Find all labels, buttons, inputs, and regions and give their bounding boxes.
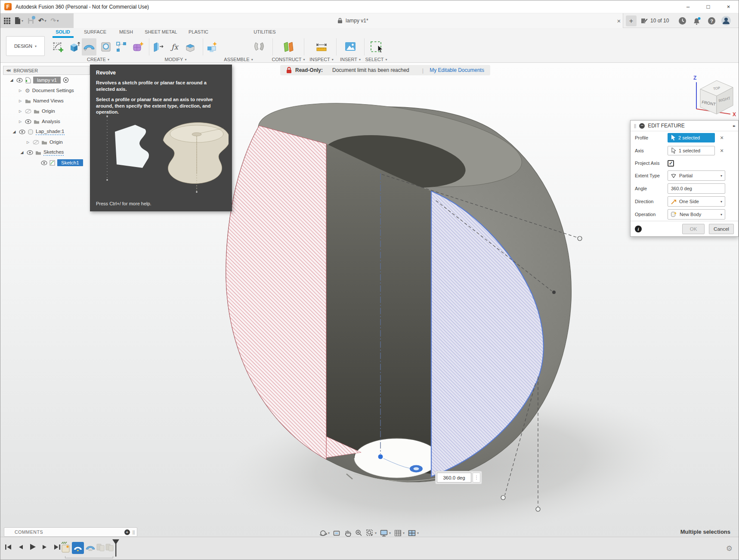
joint-button[interactable]: [252, 38, 266, 56]
undo-button[interactable]: ↶▾: [38, 17, 46, 25]
tree-item-origin[interactable]: ▷ Origin: [3, 106, 90, 116]
eye-off-icon[interactable]: [33, 140, 39, 145]
collapse-icon[interactable]: ▷: [18, 109, 23, 113]
eye-icon[interactable]: [25, 119, 31, 124]
create-sketch-button[interactable]: [51, 38, 65, 56]
pan-button[interactable]: [344, 529, 352, 537]
look-at-button[interactable]: [333, 529, 341, 537]
chamfer-button[interactable]: [183, 38, 198, 56]
manipulator-point[interactable]: [536, 507, 540, 511]
timeline-sketch-feature[interactable]: [61, 541, 71, 555]
expand-icon[interactable]: ◢: [12, 130, 17, 134]
tab-solid[interactable]: SOLID: [52, 28, 74, 36]
skip-to-start-button[interactable]: [5, 544, 12, 551]
timeline-revolve-feature[interactable]: [85, 543, 96, 554]
dialog-header[interactable]: || − EDIT FEATURE ▸▸: [631, 121, 738, 131]
manipulator-point[interactable]: [552, 291, 556, 294]
tab-utilities[interactable]: UTILITIES: [253, 28, 277, 36]
redo-button[interactable]: ↷▾: [51, 17, 59, 25]
profile-selection-button[interactable]: 2 selected: [668, 133, 715, 142]
press-pull-button[interactable]: [151, 38, 165, 56]
tree-item-sketch1[interactable]: Sketch1: [3, 158, 90, 168]
section-face-left[interactable]: [226, 126, 326, 459]
activity-history-button[interactable]: [677, 13, 687, 28]
tree-item-root[interactable]: ◢ lampy v1: [3, 75, 90, 85]
activate-component-radio[interactable]: [63, 77, 69, 83]
tab-surface[interactable]: SURFACE: [81, 28, 109, 36]
drag-grip-icon[interactable]: ||: [634, 124, 636, 128]
expand-icon[interactable]: ◢: [9, 78, 14, 82]
hole-button[interactable]: [99, 38, 113, 56]
eye-icon[interactable]: [41, 161, 47, 165]
orbit-button[interactable]: ▾: [319, 529, 330, 537]
ok-button[interactable]: OK: [682, 224, 705, 234]
insert-image-button[interactable]: [343, 38, 358, 56]
construct-plane-button[interactable]: [281, 38, 296, 56]
eye-icon[interactable]: [16, 78, 23, 83]
collapse-icon[interactable]: ▷: [18, 120, 23, 124]
user-avatar[interactable]: [720, 13, 732, 28]
group-create[interactable]: CREATE▾: [81, 56, 115, 62]
clear-axis-button[interactable]: ×: [720, 147, 724, 154]
tree-item-document-settings[interactable]: ▷ ⚙ Document Settings: [3, 85, 90, 96]
collapse-panel-icon[interactable]: ◀◀: [6, 68, 9, 72]
document-tab-title[interactable]: lampy v1*: [337, 13, 368, 28]
eye-icon[interactable]: [27, 150, 33, 155]
tab-mesh[interactable]: MESH: [117, 28, 135, 36]
group-select[interactable]: SELECT▾: [359, 56, 393, 62]
collapse-icon[interactable]: ▷: [18, 99, 23, 103]
play-button[interactable]: [29, 543, 36, 551]
manipulator-point[interactable]: [501, 495, 505, 500]
tree-item-named-views[interactable]: ▷ Named Views: [3, 96, 90, 106]
manipulator-point[interactable]: [578, 236, 582, 241]
inner-wall[interactable]: [326, 144, 431, 474]
close-tab-button[interactable]: ×: [613, 13, 625, 28]
revolve-button[interactable]: [82, 38, 96, 56]
skip-to-end-button[interactable]: [53, 544, 61, 551]
extrude-button[interactable]: [67, 38, 82, 56]
tab-plastic[interactable]: PLASTIC: [187, 28, 210, 36]
create-form-button[interactable]: [131, 38, 145, 56]
tree-item-lap-shade[interactable]: ◢ Lap_shade:1: [3, 127, 90, 137]
grid-settings-button[interactable]: ▾: [394, 529, 405, 537]
drag-handle-icon[interactable]: ⋮: [473, 473, 480, 483]
new-component-button[interactable]: [205, 38, 220, 56]
pattern-button[interactable]: [114, 38, 129, 56]
tab-sheet-metal[interactable]: SHEET METAL: [145, 28, 177, 36]
viewports-button[interactable]: ▾: [408, 529, 419, 537]
measure-button[interactable]: [314, 38, 329, 56]
eye-icon[interactable]: [19, 130, 25, 134]
project-axis-checkbox[interactable]: ✓: [668, 160, 674, 167]
angle-input[interactable]: [668, 183, 725, 194]
clear-profile-button[interactable]: ×: [720, 134, 724, 141]
group-construct[interactable]: CONSTRUCT▾: [269, 56, 308, 62]
add-comment-icon[interactable]: +: [124, 529, 130, 535]
cancel-button[interactable]: Cancel: [709, 224, 734, 234]
direction-dropdown[interactable]: One Side ▾: [668, 196, 725, 207]
angle-value-input[interactable]: [437, 473, 471, 483]
tree-item-analysis[interactable]: ▷ Analysis: [3, 116, 90, 127]
browser-header[interactable]: ◀◀ BROWSER: [3, 66, 90, 75]
parameters-fx-button[interactable]: ƒx: [167, 38, 182, 56]
group-modify[interactable]: MODIFY▾: [158, 56, 193, 62]
eye-off-icon[interactable]: [25, 109, 31, 114]
notifications-button[interactable]: [691, 13, 702, 28]
dialog-collapse-icon[interactable]: −: [639, 123, 645, 129]
dialog-dock-icon[interactable]: ▸▸: [733, 124, 735, 128]
editable-documents-link[interactable]: My Editable Documents: [430, 67, 484, 73]
timeline-revolve-feature-selected[interactable]: [72, 542, 84, 554]
tree-item-origin-2[interactable]: ▷ Origin: [3, 137, 90, 147]
app-grid-icon[interactable]: [4, 18, 10, 24]
close-button[interactable]: ×: [718, 0, 739, 13]
timeline-suppressed-feature[interactable]: [96, 543, 105, 554]
extensions-indicator[interactable]: 10 of 10: [641, 13, 669, 28]
zoom-window-button[interactable]: ▾: [366, 529, 377, 537]
zoom-button[interactable]: [355, 529, 363, 537]
axis-origin-point[interactable]: [378, 454, 383, 459]
extent-type-dropdown[interactable]: Partial ▾: [668, 170, 725, 181]
display-settings-button[interactable]: ▾: [380, 529, 391, 537]
timeline-settings-gear-icon[interactable]: ⚙: [726, 544, 733, 553]
step-forward-button[interactable]: [42, 544, 48, 551]
collapse-icon[interactable]: ▷: [18, 89, 23, 93]
minimize-button[interactable]: –: [678, 0, 698, 13]
